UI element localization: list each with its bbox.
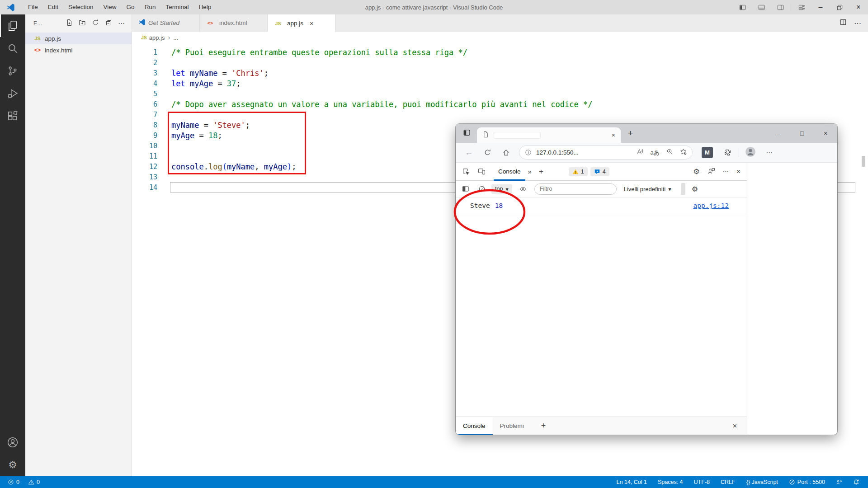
devtools-settings-icon[interactable]: ⚙ [693,167,699,176]
drawer-close-icon[interactable]: × [733,422,737,430]
restore-window-button[interactable] [830,0,849,14]
status-0[interactable]: 0 [5,479,23,485]
breadcrumb-file[interactable]: app.js [149,34,165,41]
editor-tab-app.js[interactable]: JSapp.js× [268,14,335,32]
explorer-more-actions-icon[interactable]: ⋯ [118,19,125,28]
toggle-secondary-sidebar-icon[interactable] [771,0,790,14]
customize-layout-icon[interactable] [792,0,811,14]
messages-badge[interactable]: 4 [590,167,609,176]
browser-tab[interactable]: × [477,127,621,143]
collapse-folders-icon[interactable] [105,19,112,28]
code-line-6[interactable]: 6/* Dopo aver assegnato un valore a una … [132,99,868,110]
activity-run-debug-icon[interactable] [0,82,25,105]
console-log-row[interactable]: Steve 18 app.js:12 [456,197,747,214]
console-settings-icon[interactable]: ⚙ [692,185,698,193]
code-line-7[interactable]: 7 [132,110,868,120]
profile-avatar[interactable] [745,146,756,159]
feedback-icon[interactable] [708,167,715,176]
menu-item-edit[interactable]: Edit [43,0,63,14]
menu-item-go[interactable]: Go [122,0,140,14]
close-window-button[interactable]: × [849,0,868,14]
drawer-add-tab-icon[interactable]: + [541,421,546,431]
file-item-index.html[interactable]: <>index.html [25,44,132,56]
editor-tab-get-started[interactable]: Get Started [132,14,200,31]
status-javascript[interactable]: {} JavaScript [743,479,781,485]
activity-extensions-icon[interactable] [0,105,25,127]
new-file-icon[interactable] [66,19,73,28]
menu-item-view[interactable]: View [99,0,122,14]
browser-maximize-button[interactable]: □ [790,130,814,137]
scrollbar-cursor-marker[interactable] [862,156,865,167]
status-ln-14-col-1[interactable]: Ln 14, Col 1 [613,479,650,485]
translate-icon[interactable]: aあ [650,149,660,157]
toggle-panel-icon[interactable] [752,0,771,14]
read-aloud-icon[interactable] [637,148,643,157]
refresh-icon[interactable] [484,149,491,156]
console-sidebar-icon[interactable] [462,185,469,192]
breadcrumb[interactable]: JS app.js › ... [132,32,868,43]
extensions-puzzle-icon[interactable] [724,149,731,156]
split-editor-icon[interactable] [840,19,847,28]
m-extension-icon[interactable]: M [702,147,713,158]
editor-more-actions-icon[interactable]: ⋯ [854,19,862,28]
log-levels-selector[interactable]: Livelli predefiniti ▾ [624,186,671,192]
menu-item-help[interactable]: Help [193,0,216,14]
home-icon[interactable] [502,149,510,156]
code-line-2[interactable]: 2 [132,58,868,68]
status-port-5500[interactable]: Port : 5500 [786,479,828,485]
minimize-window-button[interactable]: – [811,0,830,14]
back-icon[interactable]: ← [465,148,473,157]
new-folder-icon[interactable] [79,19,86,28]
file-item-app.js[interactable]: JSapp.js [25,33,132,44]
activity-search-icon[interactable] [0,37,25,60]
refresh-explorer-icon[interactable] [92,19,99,28]
code-line-4[interactable]: 4let myAge = 37; [132,79,868,89]
zoom-page-icon[interactable] [666,148,673,157]
activity-accounts-icon[interactable] [0,431,25,454]
menu-item-selection[interactable]: Selection [63,0,99,14]
close-tab-icon[interactable]: × [612,131,615,139]
activity-settings-icon[interactable]: ⚙ [0,454,25,476]
browser-minimize-button[interactable]: – [767,130,790,137]
toggle-sidebar-icon[interactable] [733,0,752,14]
menu-item-run[interactable]: Run [140,0,161,14]
code-line-1[interactable]: 1/* Puoi eseguire entrambe queste operaz… [132,47,868,58]
status-spaces-4[interactable]: Spaces: 4 [655,479,686,485]
status-bell[interactable] [850,479,863,485]
clear-console-icon[interactable] [478,185,486,192]
console-source-link[interactable]: app.js:12 [693,202,729,209]
activity-source-control-icon[interactable] [0,60,25,82]
browser-settings-more-icon[interactable]: ⋯ [766,149,773,157]
close-tab-icon[interactable]: × [310,19,314,27]
status-broadcast[interactable] [833,479,845,485]
tab-workspaces-icon[interactable] [463,129,471,138]
address-bar[interactable]: 127.0.0.1:550... aあ [519,145,693,160]
editor-tab-index.html[interactable]: <>index.html [200,14,268,31]
address-url[interactable]: 127.0.0.1:550... [536,149,637,156]
drawer-tab-console[interactable]: Console [456,417,493,435]
code-line-5[interactable]: 5 [132,89,868,99]
devtools-tab-console[interactable]: Console [494,163,525,181]
code-line-3[interactable]: 3let myName = 'Chris'; [132,68,868,79]
warnings-badge[interactable]: 1 [569,167,588,176]
device-toolbar-icon[interactable] [478,168,486,175]
devtools-more-icon[interactable]: ⋯ [723,168,729,175]
more-tabs-icon[interactable]: » [528,168,532,175]
status-0[interactable]: 0 [25,479,43,485]
live-expression-eye-icon[interactable] [519,185,527,192]
devtools-add-tab-icon[interactable]: + [539,167,543,176]
new-tab-button[interactable]: + [628,128,633,138]
status-crlf[interactable]: CRLF [717,479,739,485]
breadcrumb-more[interactable]: ... [173,34,178,41]
favorites-add-icon[interactable] [680,148,687,157]
menu-item-file[interactable]: File [23,0,43,14]
drawer-tab-problemi[interactable]: Problemi [493,417,531,435]
status-utf-8[interactable]: UTF-8 [691,479,713,485]
activity-explorer-icon[interactable] [0,14,25,37]
context-selector[interactable]: top ▾ [491,184,512,194]
devtools-close-icon[interactable]: × [736,168,741,176]
inspect-element-icon[interactable] [462,168,470,175]
menu-item-terminal[interactable]: Terminal [160,0,193,14]
console-filter-input[interactable] [534,183,617,195]
browser-close-button[interactable]: × [814,130,837,137]
